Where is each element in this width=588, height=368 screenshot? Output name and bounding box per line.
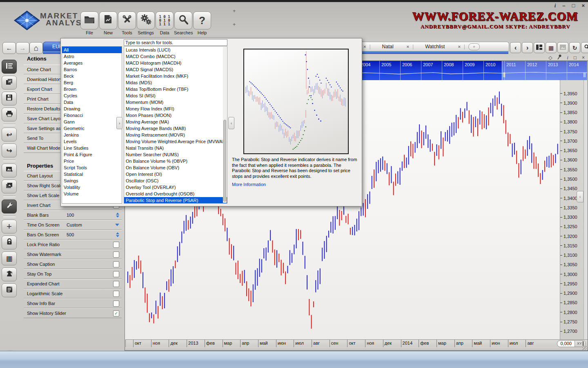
- undo-button[interactable]: ↩: [2, 128, 17, 141]
- clone-chart-button[interactable]: [2, 76, 17, 90]
- crosshair-button[interactable]: +: [2, 220, 17, 233]
- maximize-icon[interactable]: □: [574, 55, 577, 61]
- checkbox[interactable]: ✓: [113, 251, 119, 258]
- category-item[interactable]: Line Studies: [62, 145, 122, 151]
- history-selected-range[interactable]: [502, 61, 588, 80]
- tool-item[interactable]: Midas (MDS): [124, 79, 227, 86]
- category-item[interactable]: Geometric: [62, 125, 122, 132]
- tool-search-input[interactable]: [124, 39, 227, 46]
- property-row[interactable]: Show Info Bar ✓: [24, 298, 122, 308]
- tool-item[interactable]: MACD Histogram (MACDH): [124, 60, 227, 66]
- property-row[interactable]: Show Caption ✓: [24, 259, 122, 269]
- category-item[interactable]: Barros: [62, 66, 122, 73]
- tool-item[interactable]: Money Flow Index (MFI): [124, 105, 227, 112]
- expand-categories-button[interactable]: ›: [116, 117, 122, 129]
- range-handle-right[interactable]: [584, 72, 586, 77]
- tool-item[interactable]: Moving Retracement (MOVR): [124, 132, 227, 138]
- tool-item[interactable]: MACD Signal (MACDS): [124, 66, 227, 73]
- property-row[interactable]: Show History Slider ✓: [24, 308, 122, 318]
- tool-list-scrollbar[interactable]: [223, 47, 227, 203]
- tools-panel-button[interactable]: [2, 200, 17, 213]
- tool-item[interactable]: Moving Average (MA): [124, 119, 227, 125]
- snapshot-button[interactable]: [557, 42, 568, 53]
- scroll-tabs-left-button[interactable]: ‹: [510, 42, 521, 53]
- tool-item[interactable]: Lucas Intervals (LUCI): [124, 47, 227, 53]
- tool-item[interactable]: Natal Transits (NA): [124, 145, 227, 151]
- property-row[interactable]: Show Watermark ✓: [24, 249, 122, 259]
- settings-button[interactable]: Settings: [136, 11, 155, 35]
- tool-item[interactable]: Oscillator (OSC): [124, 177, 227, 184]
- refresh-button[interactable]: ↻: [569, 42, 580, 53]
- new-tab-button[interactable]: +: [468, 43, 480, 50]
- tool-item[interactable]: Midos SI (MSI): [124, 92, 227, 99]
- report-button[interactable]: [2, 283, 17, 297]
- data-button[interactable]: 1 0 10 1 01 1 1 Data: [155, 11, 174, 35]
- category-item[interactable]: Point & Figure: [62, 151, 122, 158]
- property-row[interactable]: Logarithmic Scale ✓: [24, 289, 122, 298]
- category-item[interactable]: Statistical: [62, 171, 122, 177]
- help-button[interactable]: ? Help: [193, 11, 212, 35]
- searches-button[interactable]: Searches: [174, 11, 193, 35]
- checkbox[interactable]: ✓: [113, 281, 119, 287]
- category-item[interactable]: Berg: [62, 79, 122, 86]
- close-icon[interactable]: ×: [582, 55, 585, 61]
- tool-item[interactable]: MACD Combo (MACDC): [124, 53, 227, 60]
- category-item[interactable]: All: [62, 47, 122, 53]
- category-item[interactable]: Price: [62, 158, 122, 164]
- category-item[interactable]: Jenkins: [62, 132, 122, 138]
- file-button[interactable]: File: [80, 11, 99, 35]
- tools-button[interactable]: Tools: [118, 11, 136, 35]
- grid-button[interactable]: ▦: [2, 251, 17, 265]
- dropdown-arrow-icon[interactable]: [115, 224, 119, 226]
- category-item[interactable]: Beck: [62, 73, 122, 79]
- property-row[interactable]: Stay On Top ✓: [24, 269, 122, 279]
- category-item[interactable]: Data: [62, 99, 122, 105]
- category-item[interactable]: Brown: [62, 86, 122, 92]
- new-button[interactable]: New: [99, 11, 118, 35]
- pin-icon[interactable]: [557, 54, 561, 61]
- tool-item[interactable]: Market Facilitation Index (MKF): [124, 73, 227, 79]
- training-button[interactable]: [2, 267, 17, 281]
- close-icon[interactable]: ×: [581, 2, 585, 9]
- category-item[interactable]: Astro: [62, 53, 122, 60]
- property-row[interactable]: Bars On Screen 500 ✓: [24, 230, 122, 240]
- spinner[interactable]: [116, 213, 119, 218]
- category-item[interactable]: Gann: [62, 119, 122, 125]
- collapse-scale-button[interactable]: ‹: [577, 191, 584, 202]
- checkbox[interactable]: ✓: [113, 261, 119, 267]
- tool-item[interactable]: Number Searcher (NUMS): [124, 151, 227, 158]
- info-icon[interactable]: i: [555, 2, 556, 9]
- category-item[interactable]: Volatility: [62, 184, 122, 191]
- more-information-link[interactable]: More Information: [232, 182, 266, 187]
- back-button[interactable]: ←: [2, 42, 16, 54]
- tool-item[interactable]: Momentum (MOM): [124, 99, 227, 105]
- home-button[interactable]: ⌂: [29, 42, 43, 54]
- grid-view-button[interactable]: ▦: [546, 42, 557, 53]
- checkbox[interactable]: ✓: [113, 291, 119, 297]
- checkbox[interactable]: ✓: [113, 310, 119, 316]
- search-button[interactable]: [581, 42, 588, 53]
- tab-natal[interactable]: Natal: [372, 44, 404, 49]
- property-row[interactable]: Time On Screen Custom ✓: [24, 220, 122, 230]
- tool-item[interactable]: Overlay Tool (OVERLAY): [124, 184, 227, 191]
- diamond-icon[interactable]: ◇: [548, 55, 552, 61]
- tool-item[interactable]: Oversold and Overbought (OSOB): [124, 191, 227, 197]
- tool-item[interactable]: Midas Top/Bottom Finder (TBF): [124, 86, 227, 92]
- tool-item[interactable]: On Balance Volume (OBV): [124, 164, 227, 171]
- save-button[interactable]: [2, 92, 17, 105]
- redo-button[interactable]: ↪: [2, 144, 17, 157]
- forward-button[interactable]: →: [16, 42, 29, 54]
- tool-item[interactable]: On Balance Volume % (OBVP): [124, 158, 227, 164]
- layout-button[interactable]: [534, 42, 545, 53]
- tool-item[interactable]: Moon Phases (MOON): [124, 112, 227, 119]
- export-image-button[interactable]: [2, 164, 17, 177]
- resize-grip[interactable]: [582, 346, 587, 350]
- price-scale[interactable]: 1,39501,39001,38501,38001,37501,37001,36…: [560, 80, 584, 339]
- tool-item[interactable]: Parabolic Stop and Reverse (PSAR): [124, 197, 227, 204]
- property-row[interactable]: Lock Price Ratio ✓: [24, 240, 122, 249]
- tool-item[interactable]: Open Interest (OI): [124, 171, 227, 177]
- scroll-tabs-right-button[interactable]: ›: [522, 42, 533, 53]
- checkbox[interactable]: ✓: [113, 271, 119, 277]
- property-row[interactable]: Blank Bars 100 ✓: [24, 210, 122, 220]
- close-tab-icon[interactable]: ×: [404, 44, 412, 49]
